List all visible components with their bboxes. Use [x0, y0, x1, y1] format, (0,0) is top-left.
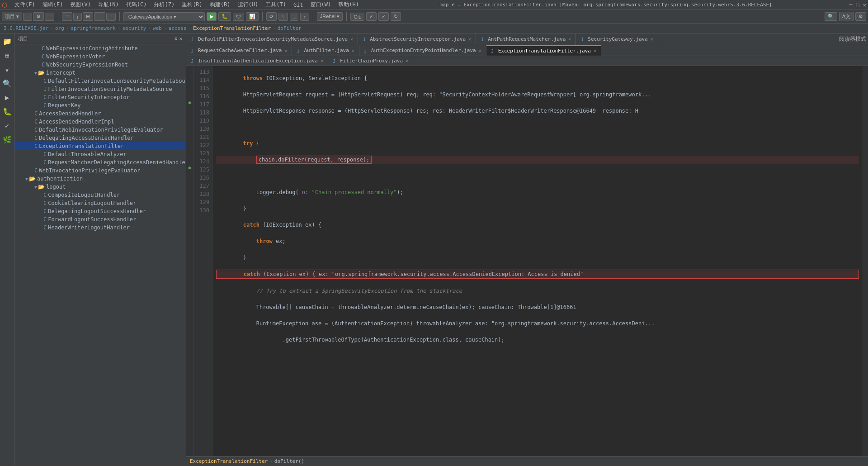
footer-class[interactable]: ExceptionTranslationFilter [190, 458, 268, 464]
jrebel-btn[interactable]: JRebel ▾ [317, 12, 343, 21]
layout-btn[interactable]: ⊞ [83, 12, 93, 21]
menu-refactor[interactable]: 重构(R) [178, 0, 206, 10]
sidebar-close-icon[interactable]: ✕ [179, 36, 182, 42]
breadcrumb-class[interactable]: ExceptionTranslationFilter [193, 25, 271, 31]
tab-close-9[interactable]: ✕ [321, 58, 323, 63]
search-btn[interactable]: 🔍 [825, 12, 837, 21]
settings2-btn[interactable]: ⚙ [855, 12, 866, 21]
minimize-btn[interactable]: ─ [849, 2, 852, 8]
tree-item-webexpression[interactable]: C WebExpressionConfigAttribute [14, 44, 186, 52]
tree-item-headerwriter[interactable]: C HeaderWriterLogoutHandler [14, 223, 186, 232]
update-btn[interactable]: ↓ [290, 13, 299, 21]
run-config-select[interactable]: GatewayApplication ▾ [123, 12, 205, 21]
structure-icon[interactable]: ⊞ [3, 49, 11, 62]
run-btn[interactable]: ▶ [207, 12, 217, 21]
tab-close-10[interactable]: ✕ [406, 58, 408, 63]
push-btn[interactable]: ↑ [300, 13, 309, 21]
tree-item-accessdeniedimpl[interactable]: C AccessDeniedHandlerImpl [14, 118, 186, 126]
tab-close-4[interactable]: ✕ [651, 37, 653, 42]
breadcrumb-org[interactable]: org [55, 25, 64, 31]
code-scrollbar[interactable] [863, 66, 868, 456]
tree-item-logout[interactable]: ▼ 📂 logout [14, 183, 186, 191]
tab-close-6[interactable]: ✕ [352, 48, 354, 53]
breakpoint-125[interactable]: ● [186, 164, 193, 172]
coverage-btn[interactable]: 🛡 [233, 13, 244, 21]
tab-authfilter[interactable]: J AuthFilter.java ✕ [292, 45, 359, 56]
more-btn[interactable]: ⋯ [94, 12, 105, 21]
tab-antpath[interactable]: J AntPathRequestMatcher.java ✕ [476, 33, 576, 45]
breadcrumb-method[interactable]: doFilter [278, 25, 302, 31]
optimize-btn[interactable]: ↕ [73, 13, 82, 21]
menu-build[interactable]: 构建(B) [206, 0, 234, 10]
tree-item-requestmatcher[interactable]: C RequestMatcherDelegatingAccessDeniedHa… [14, 158, 186, 166]
breadcrumb-access[interactable]: access [169, 25, 187, 31]
menu-analyze[interactable]: 分析(Z) [150, 0, 178, 10]
tab-close-5[interactable]: ✕ [284, 48, 287, 53]
reader-mode-btn[interactable]: 阅读器模式 [837, 33, 868, 45]
breadcrumb-sf[interactable]: springframework [71, 25, 115, 31]
menu-code[interactable]: 代码(C) [123, 0, 151, 10]
tree-item-webinvocation[interactable]: C WebInvocationPrivilegeEvaluator [14, 166, 186, 175]
debug-btn[interactable]: 🐛 [218, 12, 231, 21]
tab-requestcache[interactable]: J RequestCacheAwareFilter.java ✕ [186, 45, 292, 56]
menu-file[interactable]: 文件(F) [11, 0, 39, 10]
close-btn[interactable]: ✕ [863, 2, 866, 8]
menu-help[interactable]: 帮助(H) [335, 0, 363, 10]
spring2-icon[interactable]: 🌿 [1, 133, 14, 146]
git-btn[interactable]: ⑂ [278, 13, 288, 21]
footer-method[interactable]: doFilter() [274, 458, 304, 464]
find-icon[interactable]: 🔍 [1, 77, 14, 90]
add-btn[interactable]: + [106, 13, 115, 21]
menu-view[interactable]: 视图(V) [66, 0, 94, 10]
tab-close-3[interactable]: ✕ [568, 37, 571, 42]
step-over-btn[interactable]: ⟳ [266, 12, 277, 21]
lang-btn[interactable]: A文 [839, 12, 854, 21]
menu-run[interactable]: 运行(U) [234, 0, 262, 10]
tree-item-intercept[interactable]: ▼ 📂 intercept [14, 69, 186, 77]
tree-item-accessdenied[interactable]: C AccessDeniedHandler [14, 109, 186, 118]
debug2-icon[interactable]: 🐛 [1, 105, 14, 118]
breadcrumb-security[interactable]: security [122, 25, 146, 31]
commit2-icon[interactable]: ✓ [3, 119, 11, 132]
tree-item-defaultthrowable[interactable]: C DefaultThrowableAnalyzer [14, 150, 186, 158]
tab-close-2[interactable]: ✕ [468, 37, 471, 42]
reformat-btn[interactable]: ≣ [62, 12, 72, 21]
format-btn[interactable]: ≡ [23, 13, 32, 21]
tree-item-requestkey[interactable]: C RequestKey [14, 101, 186, 109]
tab-insufficient[interactable]: J InsufficientAuthenticationException.ja… [186, 56, 328, 66]
menu-tools[interactable]: 工具(T) [262, 0, 290, 10]
git2-btn[interactable]: Git: [350, 13, 364, 21]
tab-securitygateway[interactable]: J SecurityGateway.java ✕ [576, 33, 658, 45]
minus-btn[interactable]: − [45, 13, 54, 21]
tab-abstract[interactable]: J AbstractSecurityInterceptor.java ✕ [358, 33, 476, 45]
project-icon[interactable]: 📁 [1, 35, 14, 48]
bookmark-icon[interactable]: ★ [3, 63, 11, 76]
tree-item-authentication[interactable]: ▼ 📂 authentication [14, 175, 186, 183]
git3-btn[interactable]: ↻ [391, 12, 401, 21]
tab-close-7[interactable]: ✕ [479, 48, 481, 53]
tree-item-filterinvocation[interactable]: I FilterInvocationSecurityMetadataSource [14, 85, 186, 93]
commit-btn[interactable]: ✓ [366, 12, 377, 21]
project-btn[interactable]: 项目 ▾ [2, 12, 22, 21]
tree-item-filtersecurity[interactable]: C FilterSecurityInterceptor [14, 93, 186, 101]
tree-item-websecroot[interactable]: C WebSecurityExpressionRoot [14, 61, 186, 69]
tree-item-delegating[interactable]: C DelegatingAccessDeniedHandler [14, 134, 186, 142]
tab-close-8[interactable]: ✕ [594, 48, 596, 53]
breadcrumb-jar[interactable]: 3.6.RELEASE.jar [4, 25, 48, 31]
tab-exceptiontranslation[interactable]: J ExceptionTranslationFilter.java ✕ [486, 45, 601, 56]
settings-btn[interactable]: ⚙ [33, 12, 44, 21]
profile-btn[interactable]: 📊 [246, 12, 259, 21]
menu-git[interactable]: Git [290, 1, 307, 9]
tree-item-defaultfilter[interactable]: C DefaultFilterInvocationSecurityMetadat… [14, 77, 186, 85]
run-icon[interactable]: ▶ [3, 91, 11, 104]
tree-item-cookieclearing[interactable]: C CookieClearingLogoutHandler [14, 199, 186, 207]
breadcrumb-web[interactable]: web [153, 25, 162, 31]
tab-filterchain[interactable]: J FilterChainProxy.java ✕ [328, 56, 413, 66]
push2-btn[interactable]: ✓ [378, 12, 389, 21]
menu-nav[interactable]: 导航(N) [94, 0, 123, 10]
tree-item-webexprvoter[interactable]: C WebExpressionVoter [14, 52, 186, 61]
maximize-btn[interactable]: □ [856, 2, 859, 8]
tab-defaultfilter[interactable]: J DefaultFilterInvocationSecurityMetadat… [186, 33, 358, 45]
tab-authexception[interactable]: J AuthExceptionEntryPointHandler.java ✕ [359, 45, 486, 56]
tree-item-forward[interactable]: C ForwardLogoutSuccessHandler [14, 215, 186, 223]
